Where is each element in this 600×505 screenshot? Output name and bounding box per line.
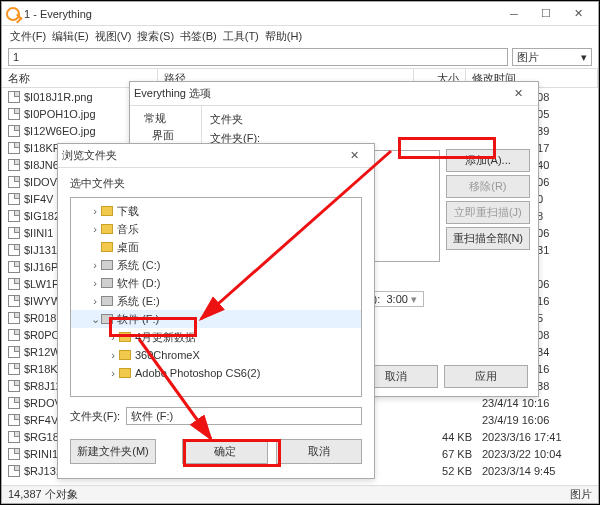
status-filter: 图片 — [570, 487, 592, 502]
tree-item[interactable]: ›系统 (E:) — [71, 292, 361, 310]
file-icon — [8, 448, 20, 460]
expand-icon[interactable]: ⌄ — [89, 313, 101, 326]
file-icon — [8, 125, 20, 137]
main-titlebar: 1 - Everything ─ ☐ ✕ — [2, 2, 598, 26]
options-tree-item[interactable]: 界面 — [134, 127, 197, 144]
file-icon — [8, 91, 20, 103]
tree-item[interactable]: 桌面 — [71, 238, 361, 256]
drive-icon — [101, 296, 113, 306]
expand-icon[interactable]: › — [107, 331, 119, 343]
ok-button[interactable]: 确定 — [182, 439, 268, 464]
file-icon — [8, 227, 20, 239]
status-count: 14,387 个对象 — [8, 487, 78, 502]
browse-subtitle: 选中文件夹 — [70, 176, 362, 191]
menu-item[interactable]: 工具(T) — [223, 29, 259, 44]
drive-icon — [101, 278, 113, 288]
tree-item-label: 系统 (E:) — [117, 294, 160, 309]
expand-icon[interactable]: › — [107, 367, 119, 379]
tree-item-label: 桌面 — [117, 240, 139, 255]
folder-icon — [101, 206, 113, 216]
folder-icon — [119, 368, 131, 378]
rescan-now-button[interactable]: 立即重扫描(J) — [446, 201, 530, 224]
file-icon — [8, 363, 20, 375]
options-titlebar: Everything 选项 ✕ — [130, 82, 538, 106]
tree-item[interactable]: ›下载 — [71, 202, 361, 220]
tree-item[interactable]: ›360ChromeX — [71, 346, 361, 364]
file-icon — [8, 159, 20, 171]
file-icon — [8, 329, 20, 341]
folder-icon — [119, 332, 131, 342]
options-close-button[interactable]: ✕ — [502, 85, 534, 103]
expand-icon[interactable]: › — [89, 205, 101, 217]
tree-item[interactable]: ›系统 (C:) — [71, 256, 361, 274]
options-section-label: 文件夹 — [210, 112, 530, 127]
expand-icon[interactable]: › — [107, 349, 119, 361]
tree-item[interactable]: ⌄软件 (F:) — [71, 310, 361, 328]
file-size: 67 KB — [420, 448, 472, 460]
menu-item[interactable]: 文件(F) — [10, 29, 46, 44]
file-size: 52 KB — [420, 465, 472, 477]
file-icon — [8, 244, 20, 256]
file-icon — [8, 431, 20, 443]
file-date: 23/4/14 10:16 — [476, 397, 592, 409]
menu-item[interactable]: 书签(B) — [180, 29, 217, 44]
minimize-button[interactable]: ─ — [498, 5, 530, 23]
drive-icon — [101, 314, 113, 324]
browse-titlebar: 浏览文件夹 ✕ — [58, 144, 374, 168]
expand-icon[interactable]: › — [89, 295, 101, 307]
menu-item[interactable]: 搜索(S) — [137, 29, 174, 44]
search-input[interactable] — [8, 48, 508, 66]
new-folder-button[interactable]: 新建文件夹(M) — [70, 439, 156, 464]
tree-item-label: 软件 (D:) — [117, 276, 160, 291]
file-icon — [8, 295, 20, 307]
browse-close-button[interactable]: ✕ — [338, 147, 370, 165]
tree-item[interactable]: ›音乐 — [71, 220, 361, 238]
tree-item-label: 系统 (C:) — [117, 258, 160, 273]
close-button[interactable]: ✕ — [562, 5, 594, 23]
filter-dropdown[interactable]: 图片▾ — [512, 48, 592, 66]
maximize-button[interactable]: ☐ — [530, 5, 562, 23]
window-title: 1 - Everything — [24, 8, 498, 20]
drive-icon — [101, 260, 113, 270]
file-icon — [8, 261, 20, 273]
menu-item[interactable]: 帮助(H) — [265, 29, 302, 44]
expand-icon[interactable]: › — [89, 259, 101, 271]
options-apply-button[interactable]: 应用 — [444, 365, 528, 388]
file-icon — [8, 414, 20, 426]
file-icon — [8, 210, 20, 222]
folder-tree[interactable]: ›下载›音乐桌面›系统 (C:)›软件 (D:)›系统 (E:)⌄软件 (F:)… — [70, 197, 362, 397]
tree-item-label: Adobe Photoshop CS6(2) — [135, 367, 260, 379]
add-folder-button[interactable]: 添加(A)... — [446, 149, 530, 172]
expand-icon[interactable]: › — [89, 277, 101, 289]
tree-item-label: 软件 (F:) — [117, 312, 159, 327]
tree-item-label: 下载 — [117, 204, 139, 219]
status-bar: 14,387 个对象 图片 — [2, 485, 598, 503]
file-date: 2023/3/22 10:04 — [476, 448, 592, 460]
file-date: 23/4/19 16:06 — [476, 414, 592, 426]
options-tree-item[interactable]: 常规 — [134, 110, 197, 127]
file-icon — [8, 465, 20, 477]
remove-folder-button[interactable]: 移除(R) — [446, 175, 530, 198]
options-title: Everything 选项 — [134, 86, 502, 101]
app-logo-icon — [6, 7, 20, 21]
expand-icon[interactable]: › — [89, 223, 101, 235]
tree-item-label: 360ChromeX — [135, 349, 200, 361]
tree-item-label: 音乐 — [117, 222, 139, 237]
menu-item[interactable]: 视图(V) — [95, 29, 132, 44]
menu-item[interactable]: 编辑(E) — [52, 29, 89, 44]
cancel-button[interactable]: 取消 — [276, 439, 362, 464]
tree-item[interactable]: ›Adobe Photoshop CS6(2) — [71, 364, 361, 382]
file-icon — [8, 108, 20, 120]
file-icon — [8, 380, 20, 392]
file-icon — [8, 278, 20, 290]
tree-item[interactable]: ›4月更新数据 — [71, 328, 361, 346]
file-icon — [8, 176, 20, 188]
tree-item-label: 4月更新数据 — [135, 330, 196, 345]
file-date: 2023/3/14 9:45 — [476, 465, 592, 477]
folder-icon — [119, 350, 131, 360]
tree-item[interactable]: ›软件 (D:) — [71, 274, 361, 292]
path-input[interactable] — [126, 407, 362, 425]
rescan-all-button[interactable]: 重扫描全部(N) — [446, 227, 530, 250]
folder-icon — [101, 242, 113, 252]
file-icon — [8, 312, 20, 324]
